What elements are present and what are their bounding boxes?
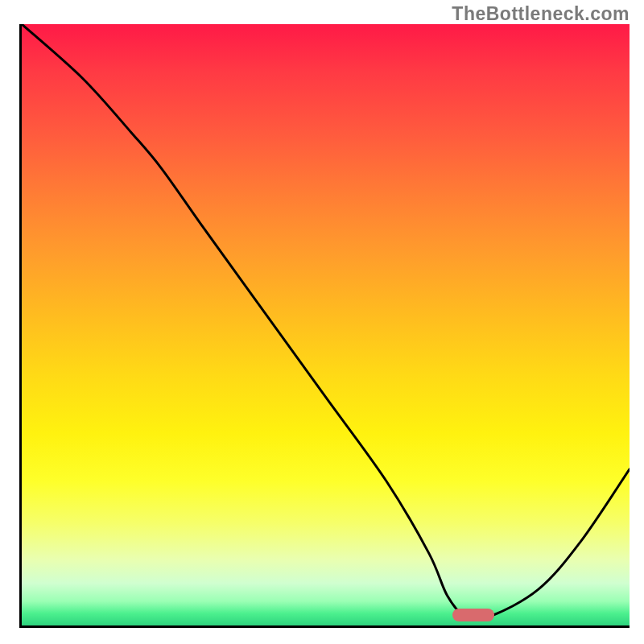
chart-plot-area [19,24,630,628]
watermark-text: TheBottleneck.com [452,3,630,25]
bottleneck-curve [22,24,630,625]
optimal-range-marker [452,609,494,621]
